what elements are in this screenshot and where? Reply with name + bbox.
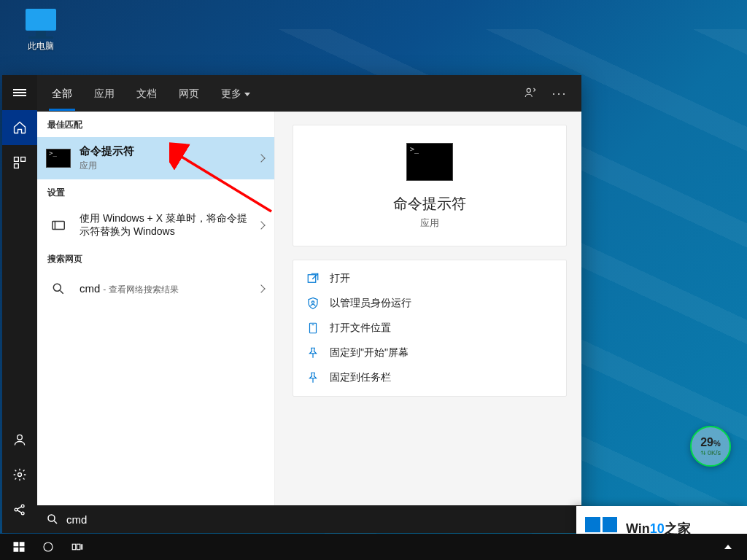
share-icon: [12, 502, 27, 517]
tab-all[interactable]: 全部: [49, 77, 75, 109]
result-subtitle: 应用: [80, 160, 134, 172]
person-icon: [12, 432, 27, 447]
svg-rect-9: [53, 222, 65, 230]
results-column: 最佳匹配 命令提示符 应用 设置 使用 Windows + X 菜单时，将命: [37, 112, 275, 505]
task-view-button[interactable]: [63, 534, 92, 560]
cmd-icon: [46, 149, 71, 168]
svg-rect-27: [72, 544, 76, 550]
home-button[interactable]: [2, 110, 37, 145]
ellipsis-icon: ···: [551, 86, 567, 101]
more-options-button[interactable]: ···: [545, 87, 574, 100]
svg-point-26: [44, 542, 53, 551]
preview-title: 命令提示符: [393, 194, 466, 214]
action-pin-taskbar-label: 固定到任务栏: [330, 371, 391, 384]
apps-icon: [12, 155, 27, 170]
admin-icon: [306, 297, 320, 310]
tab-more[interactable]: 更多: [218, 77, 253, 109]
svg-rect-22: [14, 542, 19, 546]
svg-rect-13: [308, 275, 316, 283]
svg-rect-28: [77, 544, 80, 550]
start-search-panel: 全部 应用 文档 网页 更多 ··· 最佳匹配 命令提示符 应用: [2, 75, 581, 533]
task-view-icon: [71, 540, 84, 553]
result-web-search[interactable]: cmd - 查看网络搜索结果: [37, 271, 274, 306]
home-icon: [12, 120, 27, 135]
action-pin-taskbar[interactable]: 固定到任务栏: [303, 365, 556, 390]
menu-button[interactable]: [2, 75, 37, 110]
svg-line-12: [61, 291, 63, 294]
monitor-icon: [26, 9, 56, 31]
preview-actions: 打开 以管理员身份运行 打开文件位置 固定到"开始"屏幕: [293, 260, 567, 397]
preview-column: 命令提示符 应用 打开 以管理员身份运行 打开文件位置: [275, 112, 581, 505]
search-content: 全部 应用 文档 网页 更多 ··· 最佳匹配 命令提示符 应用: [37, 75, 581, 533]
hamburger-icon: [13, 88, 26, 98]
tab-apps[interactable]: 应用: [91, 77, 117, 109]
svg-rect-1: [21, 158, 26, 162]
result-title: 命令提示符: [80, 144, 134, 158]
action-open-label: 打开: [330, 272, 350, 285]
system-tray: [719, 534, 743, 560]
feedback-button[interactable]: [516, 86, 545, 101]
widget-speed: 0K/s: [700, 449, 721, 456]
section-settings: 设置: [37, 179, 274, 205]
tab-docs[interactable]: 文档: [133, 77, 160, 109]
desktop-icon-label: 此电脑: [28, 40, 54, 52]
svg-point-6: [21, 505, 24, 508]
gear-icon: [12, 467, 27, 482]
action-pin-start-label: 固定到"开始"屏幕: [330, 346, 409, 359]
caret-down-icon: [244, 93, 250, 96]
account-button[interactable]: [2, 422, 37, 457]
apps-button[interactable]: [2, 145, 37, 180]
svg-point-3: [18, 435, 23, 440]
svg-point-4: [18, 473, 22, 477]
result-settings-item[interactable]: 使用 Windows + X 菜单时，将命令提示符替换为 Windows: [37, 205, 274, 246]
svg-point-7: [21, 512, 24, 515]
search-side-rail: [2, 75, 37, 533]
preview-card: 命令提示符 应用: [293, 125, 567, 246]
svg-line-20: [54, 521, 57, 524]
settings-item-text: 使用 Windows + X 菜单时，将命令提示符替换为 Windows: [80, 212, 248, 238]
settings-button[interactable]: [2, 457, 37, 492]
action-open-location[interactable]: 打开文件位置: [303, 316, 556, 341]
tab-web[interactable]: 网页: [176, 77, 202, 109]
svg-point-19: [48, 515, 55, 521]
tray-overflow-button[interactable]: [719, 534, 737, 560]
widget-percent: 29%: [700, 436, 721, 449]
start-button[interactable]: [4, 534, 34, 560]
search-tabs: 全部 应用 文档 网页 更多 ···: [37, 75, 581, 112]
preview-app-icon: [406, 143, 453, 181]
caret-up-icon: [724, 545, 732, 549]
action-run-admin[interactable]: 以管理员身份运行: [303, 291, 556, 316]
section-web: 搜索网页: [37, 246, 274, 271]
folder-icon: [306, 322, 320, 335]
web-suffix: - 查看网络搜索结果: [103, 284, 178, 296]
monitor-stand: [28, 36, 53, 39]
feedback-icon: [524, 86, 537, 99]
desktop-icon-this-pc[interactable]: 此电脑: [13, 9, 69, 52]
share-button[interactable]: [2, 492, 37, 527]
pin-start-icon: [306, 346, 320, 359]
svg-point-5: [15, 508, 18, 511]
web-query: cmd: [80, 282, 100, 295]
svg-rect-0: [15, 158, 19, 162]
tab-more-label: 更多: [221, 88, 241, 99]
taskbar: [0, 534, 747, 560]
svg-rect-23: [20, 542, 25, 546]
cortana-button[interactable]: [34, 534, 63, 560]
action-run-admin-label: 以管理员身份运行: [330, 297, 411, 310]
svg-point-14: [311, 301, 314, 303]
section-best-match: 最佳匹配: [37, 112, 274, 137]
search-input[interactable]: [66, 513, 573, 526]
network-speed-widget[interactable]: 29% 0K/s: [690, 426, 731, 467]
open-icon: [306, 272, 320, 285]
pin-taskbar-icon: [306, 371, 320, 384]
action-open-location-label: 打开文件位置: [330, 322, 391, 335]
settings-item-icon: [50, 217, 66, 233]
action-pin-start[interactable]: 固定到"开始"屏幕: [303, 341, 556, 365]
svg-point-11: [53, 284, 61, 291]
result-command-prompt[interactable]: 命令提示符 应用: [37, 137, 274, 179]
cortana-icon: [42, 540, 55, 553]
action-open[interactable]: 打开: [303, 266, 556, 291]
svg-rect-25: [20, 548, 25, 552]
svg-rect-2: [15, 164, 19, 168]
search-input-bar[interactable]: [37, 505, 581, 533]
